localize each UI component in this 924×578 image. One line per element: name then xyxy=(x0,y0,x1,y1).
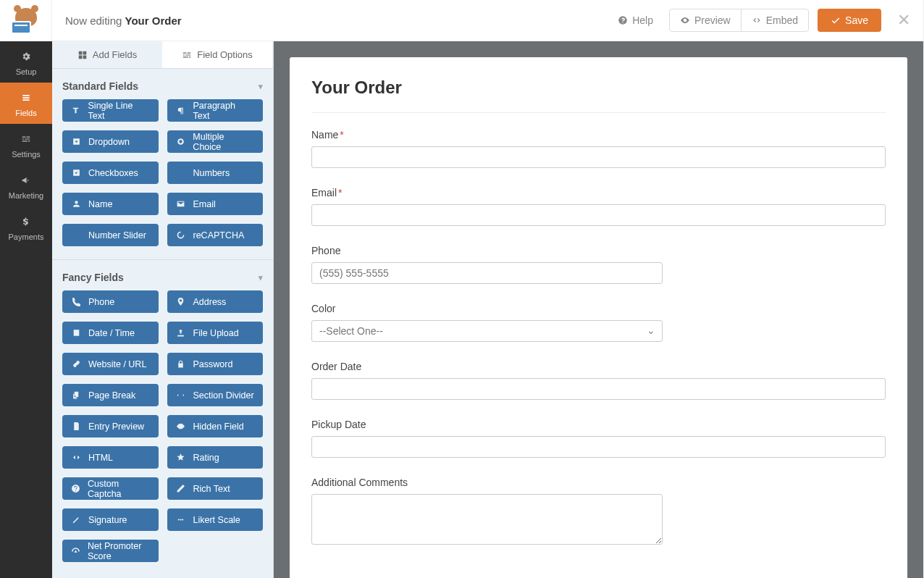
field-phone[interactable]: Phone xyxy=(311,245,886,284)
color-select[interactable]: --Select One-- xyxy=(311,320,663,342)
required-indicator: * xyxy=(338,187,342,198)
field-name[interactable]: Name xyxy=(62,193,159,215)
pickup-date-input[interactable] xyxy=(311,436,886,458)
field-dropdown[interactable]: Dropdown xyxy=(62,130,159,153)
field-nps[interactable]: Net Promoter Score xyxy=(62,540,159,562)
sliders-icon xyxy=(18,131,34,147)
tab-add-fields[interactable]: Add Fields xyxy=(52,41,162,68)
field-datetime[interactable]: Date / Time xyxy=(62,322,159,344)
close-button[interactable]: ✕ xyxy=(897,11,910,30)
bullhorn-icon xyxy=(18,172,34,188)
field-address[interactable]: Address xyxy=(167,290,264,313)
field-label: Email* xyxy=(311,187,886,198)
link-icon xyxy=(71,359,81,369)
help-label: Help xyxy=(632,14,653,26)
field-label: Name* xyxy=(311,129,886,141)
check-square-icon xyxy=(71,168,81,178)
editing-form-name: Your Order xyxy=(125,14,182,27)
field-file-upload[interactable]: File Upload xyxy=(167,322,264,344)
field-website[interactable]: Website / URL xyxy=(62,353,159,375)
field-section-divider[interactable]: Section Divider xyxy=(167,384,264,406)
field-rating[interactable]: Rating xyxy=(167,446,264,469)
field-multiple-choice[interactable]: Multiple Choice xyxy=(167,130,264,153)
embed-button[interactable]: Embed xyxy=(742,9,808,31)
tachometer-icon xyxy=(71,546,80,556)
dollar-icon xyxy=(18,214,34,230)
field-order-date[interactable]: Order Date xyxy=(311,361,886,400)
field-label: Order Date xyxy=(311,361,886,372)
hash-icon xyxy=(176,168,186,178)
nav-label: Settings xyxy=(12,150,41,159)
eye-slash-icon xyxy=(176,422,186,432)
field-custom-captcha[interactable]: Custom Captcha xyxy=(62,477,159,500)
section-standard-fields[interactable]: Standard Fields ▾ xyxy=(62,78,263,99)
form-title[interactable]: Your Order xyxy=(311,78,886,98)
preview-label: Preview xyxy=(694,14,731,26)
ellipsis-icon xyxy=(176,515,186,525)
star-icon xyxy=(176,453,186,463)
check-icon xyxy=(831,15,841,25)
nav-payments[interactable]: Payments xyxy=(0,206,52,248)
nav-fields[interactable]: Fields xyxy=(0,83,52,124)
nav-setup[interactable]: Setup xyxy=(0,41,52,83)
field-rich-text[interactable]: Rich Text xyxy=(167,477,264,500)
field-phone[interactable]: Phone xyxy=(62,290,159,313)
required-indicator: * xyxy=(340,129,343,141)
wpforms-logo[interactable] xyxy=(0,0,52,41)
tab-label: Field Options xyxy=(197,49,253,60)
email-input[interactable] xyxy=(311,204,886,226)
save-button[interactable]: Save xyxy=(818,9,881,32)
tab-field-options[interactable]: Field Options xyxy=(162,41,273,68)
field-paragraph-text[interactable]: Paragraph Text xyxy=(167,99,264,122)
section-title: Fancy Fields xyxy=(62,272,124,283)
chevron-down-icon: ▾ xyxy=(259,273,263,282)
field-label: Color xyxy=(311,303,886,314)
nav-settings[interactable]: Settings xyxy=(0,124,52,165)
chevron-down-icon: ▾ xyxy=(259,82,263,91)
phone-icon xyxy=(71,297,81,307)
field-signature[interactable]: Signature xyxy=(62,508,159,531)
field-likert[interactable]: Likert Scale xyxy=(167,508,264,531)
field-page-break[interactable]: Page Break xyxy=(62,384,159,406)
field-name[interactable]: Name* xyxy=(311,129,886,168)
field-recaptcha[interactable]: reCAPTCHA xyxy=(167,224,264,246)
calendar-icon xyxy=(71,328,81,338)
form-sheet[interactable]: Your Order Name* Email* Phone xyxy=(290,57,907,578)
gear-icon xyxy=(18,49,34,64)
field-entry-preview[interactable]: Entry Preview xyxy=(62,415,159,437)
paragraph-icon xyxy=(176,106,186,116)
field-checkboxes[interactable]: Checkboxes xyxy=(62,162,159,184)
question-icon xyxy=(71,484,80,494)
nav-marketing[interactable]: Marketing xyxy=(0,165,52,206)
section-fancy-fields[interactable]: Fancy Fields ▾ xyxy=(62,269,263,290)
preview-button[interactable]: Preview xyxy=(670,9,742,31)
divider xyxy=(311,112,886,113)
code-icon xyxy=(752,15,762,25)
editing-indicator: Now editing Your Order xyxy=(65,14,182,27)
help-link[interactable]: Help xyxy=(610,10,660,30)
field-email[interactable]: Email* xyxy=(311,187,886,226)
field-email[interactable]: Email xyxy=(167,193,264,215)
field-comments[interactable]: Additional Comments xyxy=(311,477,886,548)
pencil-icon xyxy=(71,515,81,525)
field-pickup-date[interactable]: Pickup Date xyxy=(311,419,886,458)
field-numbers[interactable]: Numbers xyxy=(167,162,264,184)
tab-label: Add Fields xyxy=(93,49,137,60)
comments-textarea[interactable] xyxy=(311,494,663,545)
save-label: Save xyxy=(845,14,868,26)
sliders-icon xyxy=(182,50,192,60)
form-canvas: Your Order Name* Email* Phone xyxy=(274,41,923,578)
field-password[interactable]: Password xyxy=(167,353,264,375)
nav-label: Fields xyxy=(15,109,36,117)
phone-input[interactable] xyxy=(311,262,663,284)
caret-square-icon xyxy=(71,137,81,147)
copy-icon xyxy=(71,390,81,401)
field-color[interactable]: Color --Select One-- xyxy=(311,303,886,342)
order-date-input[interactable] xyxy=(311,378,886,400)
field-html[interactable]: HTML xyxy=(62,446,159,469)
name-input[interactable] xyxy=(311,146,886,168)
field-single-line-text[interactable]: Single Line Text xyxy=(62,99,159,122)
field-hidden[interactable]: Hidden Field xyxy=(167,415,264,437)
field-number-slider[interactable]: Number Slider xyxy=(62,224,159,246)
field-label: Pickup Date xyxy=(311,419,886,430)
